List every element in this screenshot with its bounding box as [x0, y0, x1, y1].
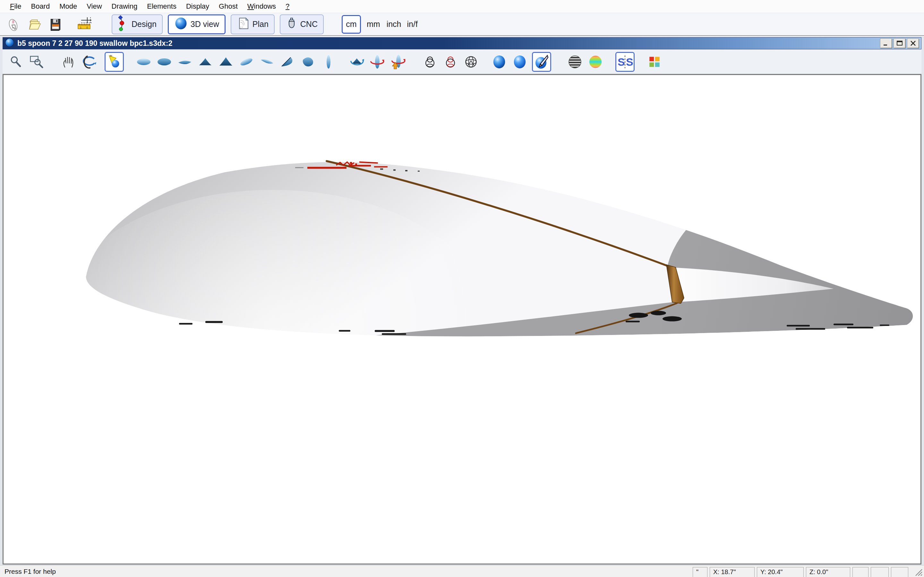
view-nose-icon[interactable]: [197, 53, 214, 71]
render-wireframe-red-icon[interactable]: [442, 53, 459, 71]
view-top-icon[interactable]: [136, 53, 152, 71]
render-curvature-icon[interactable]: [587, 53, 604, 71]
status-z-pane: Z: 0.0": [806, 567, 850, 577]
view-toolbar: S S: [3, 50, 921, 74]
color-layers-icon[interactable]: [646, 53, 663, 71]
menu-item-windows[interactable]: Windows: [242, 1, 281, 12]
render-zebra-icon[interactable]: [567, 53, 583, 71]
menu-item-elements[interactable]: Elements: [142, 1, 181, 12]
board-3d-render: [3, 75, 921, 564]
view-perspective-1-icon[interactable]: [238, 53, 255, 71]
svg-text:S: S: [626, 56, 633, 68]
view-perspective-2-icon[interactable]: [258, 53, 275, 71]
cnc-bit-icon: [286, 16, 297, 33]
cnc-mode-label: CNC: [300, 19, 318, 29]
lighting-icon[interactable]: [105, 52, 124, 72]
dimensions-icon[interactable]: 1 0: [76, 15, 93, 34]
menu-item-display[interactable]: Display: [181, 1, 214, 12]
render-wireframe-icon[interactable]: [422, 53, 438, 71]
pan-hand-icon[interactable]: [60, 53, 77, 71]
view-tail-icon[interactable]: [218, 53, 234, 71]
open-file-icon[interactable]: [26, 15, 43, 34]
cnc-mode-button[interactable]: CNC: [280, 15, 324, 34]
spin-board-icon[interactable]: [369, 53, 386, 71]
plan-mode-button[interactable]: Plan: [231, 15, 275, 34]
document-sphere-icon: [5, 38, 15, 49]
menu-item-ghost[interactable]: Ghost: [214, 1, 242, 12]
menu-item-view[interactable]: View: [82, 1, 107, 12]
close-button[interactable]: [907, 39, 919, 48]
status-empty-pane-3: [891, 567, 908, 577]
menu-item-mode[interactable]: Mode: [55, 1, 82, 12]
mdi-workspace: b5 spoon 7 2 27 90 190 swallow bpc1.s3dx…: [0, 37, 924, 565]
unit-inch-button[interactable]: inch: [386, 19, 402, 29]
unit-mm-button[interactable]: mm: [366, 19, 381, 29]
menu-item-file[interactable]: File: [5, 1, 26, 12]
resize-grip[interactable]: [913, 567, 923, 576]
status-y-pane: Y: 20.4": [757, 567, 804, 577]
svg-text:0: 0: [86, 26, 88, 29]
view-front-icon[interactable]: [176, 53, 193, 71]
document-title-bar[interactable]: b5 spoon 7 2 27 90 190 swallow bpc1.s3dx…: [3, 37, 921, 49]
design-mode-label: Design: [132, 19, 157, 29]
3d-view-mode-button[interactable]: 3D view: [168, 15, 226, 34]
3d-viewport[interactable]: [3, 74, 921, 564]
unit-inf-button[interactable]: in/f: [407, 19, 418, 29]
save-file-icon[interactable]: [47, 15, 64, 34]
plan-mode-label: Plan: [252, 19, 268, 29]
design-curve-icon: [118, 15, 129, 34]
flip-board-icon[interactable]: [389, 53, 406, 71]
3d-sphere-icon: [174, 17, 188, 32]
status-empty-pane-1: [853, 567, 869, 577]
main-toolbar: 1 0 Design 3D view: [0, 13, 924, 36]
minimize-button[interactable]: [880, 39, 892, 48]
unit-cm-button[interactable]: cm: [342, 15, 361, 34]
3d-view-mode-label: 3D view: [191, 19, 219, 29]
menu-bar: FileBoardModeViewDrawingElementsDisplayG…: [0, 0, 924, 13]
symmetry-slices-icon[interactable]: S S: [615, 52, 635, 72]
svg-text:1: 1: [80, 26, 81, 29]
render-sketch-icon[interactable]: [532, 52, 551, 72]
status-unit-pane: ": [693, 567, 708, 577]
zoom-icon[interactable]: [8, 53, 24, 71]
menu-item-board[interactable]: Board: [26, 1, 55, 12]
unit-cm-label: cm: [346, 19, 357, 29]
view-side-icon[interactable]: [320, 53, 337, 71]
svg-text:S: S: [618, 56, 625, 68]
status-x-pane: X: 18.7": [710, 567, 754, 577]
menu-item-drawing[interactable]: Drawing: [107, 1, 142, 12]
status-help-text: Press F1 for help: [5, 568, 693, 575]
render-shiny-icon[interactable]: [511, 53, 528, 71]
zoom-window-icon[interactable]: [28, 53, 45, 71]
view-perspective-3-icon[interactable]: [279, 53, 296, 71]
view-bottom-icon[interactable]: [156, 53, 173, 71]
status-empty-pane-2: [871, 567, 889, 577]
menu-item-[interactable]: ?: [281, 1, 294, 12]
rotate-3d-icon[interactable]: [81, 53, 97, 71]
plan-document-icon: [237, 16, 250, 33]
view-perspective-4-icon[interactable]: [300, 53, 317, 71]
document-title: b5 spoon 7 2 27 90 190 swallow bpc1.s3dx…: [17, 39, 879, 48]
render-solid-icon[interactable]: [491, 53, 507, 71]
status-bar: Press F1 for help " X: 18.7" Y: 20.4" Z:…: [0, 565, 924, 577]
design-mode-button[interactable]: Design: [111, 15, 163, 34]
render-mesh-icon[interactable]: [463, 53, 479, 71]
maximize-button[interactable]: [893, 39, 906, 48]
rotate-view-icon[interactable]: [349, 53, 365, 71]
new-board-icon[interactable]: [5, 15, 22, 34]
